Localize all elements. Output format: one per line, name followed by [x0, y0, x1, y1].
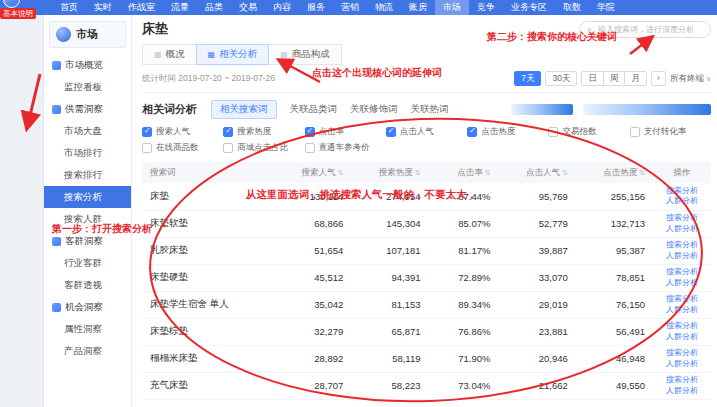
action-search-analysis-link[interactable]: 搜索分析: [661, 294, 703, 304]
table-body: 床垫 130,114 274,954 87.44% 95,769 255,156…: [142, 183, 711, 399]
sidebar-item-crowd-insight[interactable]: 客群洞察: [44, 230, 131, 252]
analysis-tab-related-hot-words[interactable]: 关联热词: [411, 101, 449, 118]
topnav-item-home[interactable]: 首页: [52, 0, 86, 15]
metric-checkbox-mall-click-share[interactable]: 商城点击占比: [223, 142, 304, 154]
sidebar-item-label: 市场概览: [65, 59, 103, 72]
analysis-tabs: 相关搜索词关联品类词关联修饰词关联热词: [211, 100, 449, 119]
search-word-cell: 榻榻米床垫: [142, 345, 274, 372]
tab-related-analysis[interactable]: ▦ 相关分析: [196, 44, 270, 65]
topnav-item-finance[interactable]: 账房: [401, 0, 435, 15]
search-input[interactable]: [596, 24, 703, 35]
range-button-30d[interactable]: 30天: [545, 71, 577, 86]
analysis-tab-related-modifier-words[interactable]: 关联修饰词: [350, 101, 398, 118]
main-content: 床垫 ⌕ ▦ 概况 ▦ 相关分析 ▦ 商品构成 统计时间 2019-07-20 …: [132, 15, 717, 407]
action-search-analysis-link[interactable]: 搜索分析: [661, 213, 703, 223]
topnav-item-war-room[interactable]: 作战室: [120, 0, 163, 15]
metric-checkbox-ztc-ref-price[interactable]: 直通车参考价: [305, 142, 386, 154]
action-crowd-analysis-link[interactable]: 人群分析: [661, 251, 703, 261]
sidebar-item-search-crowd[interactable]: 搜索人群: [44, 208, 131, 230]
sidebar-item-monitor-board[interactable]: 监控看板: [44, 76, 131, 98]
column-header-click-popularity[interactable]: 点击人气⇅: [499, 162, 576, 183]
action-search-analysis-link[interactable]: 搜索分析: [661, 186, 703, 196]
sidebar-item-search-analysis[interactable]: 搜索分析: [44, 186, 131, 208]
action-search-analysis-link[interactable]: 搜索分析: [661, 267, 703, 277]
sidebar-item-product-insight[interactable]: 产品洞察: [44, 340, 131, 362]
granularity-button-week[interactable]: 周: [603, 71, 626, 86]
column-header-search-heat[interactable]: 搜索热度⇅: [351, 162, 428, 183]
metric-value-cell: 72.89%: [429, 264, 499, 291]
metric-label: 商城点击占比: [237, 142, 288, 154]
metric-checkbox-search-popularity[interactable]: 搜索人气: [142, 126, 223, 138]
analysis-tab-related-search-words[interactable]: 相关搜索词: [211, 100, 277, 119]
granularity-button-day[interactable]: 日: [581, 71, 604, 86]
action-crowd-analysis-link[interactable]: 人群分析: [661, 278, 703, 288]
sidebar-item-search-rank[interactable]: 搜索排行: [44, 164, 131, 186]
tab-overview[interactable]: ▦ 概况: [142, 44, 197, 65]
action-crowd-analysis-link[interactable]: 人群分析: [661, 359, 703, 369]
sidebar-item-supply-demand-insight[interactable]: 供需洞察: [44, 98, 131, 120]
sidebar-item-market-overview[interactable]: 市场概览: [44, 54, 131, 76]
metric-label: 点击率: [319, 126, 345, 138]
topnav-item-traffic[interactable]: 流量: [163, 0, 197, 15]
topnav-item-content[interactable]: 内容: [265, 0, 299, 15]
action-search-analysis-link[interactable]: 搜索分析: [661, 348, 703, 358]
metric-value-cell: 29,019: [499, 291, 576, 318]
sidebar-item-attribute-insight[interactable]: 属性洞察: [44, 318, 131, 340]
metric-label: 交易指数: [562, 126, 596, 138]
topnav-items: 首页实时作战室流量品类交易内容服务营销物流账房市场竞争业务专区取数学院: [52, 0, 623, 15]
metric-checkbox-online-products[interactable]: 在线商品数: [142, 142, 223, 154]
action-crowd-analysis-link[interactable]: 人群分析: [661, 305, 703, 315]
topnav-item-trade[interactable]: 交易: [231, 0, 265, 15]
sidebar-item-label: 监控看板: [64, 81, 102, 94]
metric-checkbox-trade-index[interactable]: 交易指数: [548, 126, 629, 138]
metric-value-cell: 87.44%: [429, 183, 499, 210]
sidebar-item-crowd-perspective[interactable]: 客群透视: [44, 274, 131, 296]
action-search-analysis-link[interactable]: 搜索分析: [661, 321, 703, 331]
screen: 基本说明 首页实时作战室流量品类交易内容服务营销物流账房市场竞争业务专区取数学院…: [0, 0, 717, 407]
granularity-button-month[interactable]: 月: [624, 71, 647, 86]
metric-checkbox-click-heat[interactable]: 点击热度: [467, 126, 548, 138]
metric-checkbox-click-popularity[interactable]: 点击人气: [386, 126, 467, 138]
column-header-search-popularity[interactable]: 搜索人气⇅: [274, 162, 351, 183]
metric-value-cell: 33,070: [499, 264, 576, 291]
action-crowd-analysis-link[interactable]: 人群分析: [661, 386, 703, 396]
range-button-7d[interactable]: 7天: [514, 71, 541, 86]
layout: 市场 市场概览 监控看板 供需洞察 市场大盘 市场排行 搜索排行 搜索分析 搜索…: [0, 15, 717, 407]
metric-checkbox-pay-conversion[interactable]: 支付转化率: [630, 126, 711, 138]
action-crowd-analysis-link[interactable]: 人群分析: [661, 332, 703, 342]
tab-product-composition[interactable]: ▦ 商品构成: [268, 44, 342, 65]
action-crowd-analysis-link[interactable]: 人群分析: [661, 224, 703, 234]
sort-icon: ⇅: [639, 169, 645, 176]
sidebar-item-market-rank[interactable]: 市场排行: [44, 142, 131, 164]
sidebar-item-market-board[interactable]: 市场大盘: [44, 120, 131, 142]
table-row: 床垫学生宿舍 单人 35,042 81,153 89.34% 29,019 76…: [142, 291, 711, 318]
topnav-item-marketing[interactable]: 营销: [333, 0, 367, 15]
topnav-item-realtime[interactable]: 实时: [86, 0, 120, 15]
terminal-dropdown[interactable]: 所有终端 ∨: [670, 73, 711, 85]
topnav-item-category[interactable]: 品类: [197, 0, 231, 15]
analysis-tab-related-category-words[interactable]: 关联品类词: [290, 101, 338, 118]
topnav-item-market[interactable]: 市场: [435, 0, 469, 15]
sidebar-item-industry-crowd[interactable]: 行业客群: [44, 252, 131, 274]
column-header-click-rate[interactable]: 点击率⇅: [429, 162, 499, 183]
topnav-item-academy[interactable]: 学院: [589, 0, 623, 15]
analysis-title: 相关词分析: [142, 102, 197, 117]
next-period-button[interactable]: ›: [651, 71, 666, 86]
action-crowd-analysis-link[interactable]: 人群分析: [661, 196, 703, 206]
topnav-item-logistics[interactable]: 物流: [367, 0, 401, 15]
stat-time-label: 统计时间 2019-07-20 ~ 2019-07-26: [142, 73, 275, 85]
topnav-item-service[interactable]: 服务: [299, 0, 333, 15]
topnav-item-competition[interactable]: 竞争: [469, 0, 503, 15]
operation-cell: 搜索分析 人群分析: [653, 291, 711, 318]
action-search-analysis-link[interactable]: 搜索分析: [661, 240, 703, 250]
sidebar-item-opportunity-insight[interactable]: 机会洞察: [44, 296, 131, 318]
metric-checkbox-search-heat[interactable]: 搜索热度: [223, 126, 304, 138]
topnav-item-data-extract[interactable]: 取数: [555, 0, 589, 15]
keyword-searchbox[interactable]: ⌕: [579, 21, 711, 38]
topnav-item-business-zone[interactable]: 业务专区: [503, 0, 555, 15]
related-words-section: 相关词分析 相关搜索词关联品类词关联修饰词关联热词 搜索人气 搜索热度 点击率 …: [142, 100, 711, 400]
column-header-click-heat[interactable]: 点击热度⇅: [576, 162, 653, 183]
metric-checkbox-click-rate[interactable]: 点击率: [305, 126, 386, 138]
action-search-analysis-link[interactable]: 搜索分析: [661, 375, 703, 385]
page-tab-label: 相关分析: [219, 48, 257, 61]
